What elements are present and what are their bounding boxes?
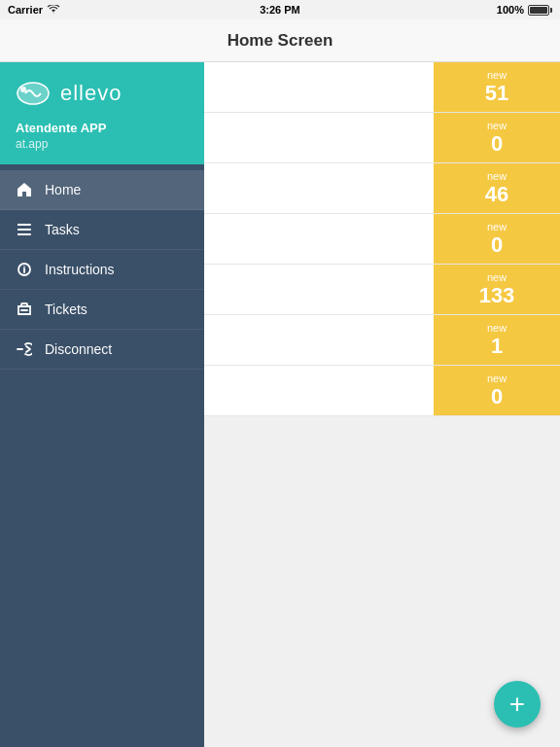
status-bar: Carrier 3:26 PM 100% [0,0,560,19]
nav-bar: Home Screen [0,19,560,62]
svg-point-9 [23,266,25,267]
instructions-icon [16,261,33,278]
sidebar-user-name: Atendente APP [16,121,189,135]
list-item-badge: new0 [434,366,560,415]
list-item[interactable]: new133 [204,265,560,315]
list-item[interactable]: new1 [204,315,560,366]
list-item-left [204,113,434,162]
sidebar-item-home[interactable]: Home [0,170,204,210]
list-item[interactable]: new46 [204,163,560,214]
list-item-left [204,214,434,264]
status-carrier: Carrier [8,4,60,16]
list-item-badge: new1 [434,315,560,365]
tasks-icon [16,221,33,238]
sidebar-nav: Home Tasks [0,164,204,747]
list-item-badge: new133 [434,265,560,314]
badge-count: 46 [485,183,508,206]
sidebar-logo-section: ellevo [0,62,204,121]
svg-rect-6 [18,229,20,231]
nav-bar-title: Home Screen [228,31,333,51]
sidebar-item-instructions[interactable]: Instructions [0,250,204,290]
sidebar: ellevo Atendente APP at.app Home [0,62,204,747]
list-item-left [204,163,434,213]
sidebar-user-section: Atendente APP at.app [0,121,204,164]
svg-point-1 [20,87,26,92]
badge-count: 0 [491,385,503,409]
list-item[interactable]: new0 [204,214,560,265]
list-item-left [204,315,434,365]
list-item-badge: new46 [434,163,560,213]
battery-icon [528,5,552,16]
sidebar-item-tickets-label: Tickets [45,302,88,317]
list-item[interactable]: new0 [204,366,560,416]
sidebar-item-tickets[interactable]: Tickets [0,290,204,330]
sidebar-logo-text: ellevo [60,81,122,106]
status-battery: 100% [497,4,552,16]
list-item-left [204,62,434,112]
svg-rect-7 [18,233,20,235]
sidebar-item-instructions-label: Instructions [45,262,115,277]
status-time: 3:26 PM [260,4,300,16]
list-item-badge: new0 [434,113,560,162]
list-item-badge: new51 [434,62,560,112]
badge-count: 51 [485,82,508,105]
ellevo-logo-icon [16,80,51,107]
disconnect-icon [16,340,33,358]
badge-count: 1 [491,335,503,358]
sidebar-item-tasks-label: Tasks [45,222,80,237]
list-item-badge: new0 [434,214,560,264]
list-item[interactable]: new51 [204,62,560,113]
sidebar-item-disconnect[interactable]: Disconnect [0,330,204,370]
home-icon [16,181,33,198]
list-container: new51new0new46new0new133new1new0 [204,62,560,416]
sidebar-item-tasks[interactable]: Tasks [0,210,204,250]
list-item[interactable]: new0 [204,113,560,163]
list-item-left [204,366,434,415]
list-item-left [204,265,434,314]
main-layout: ellevo Atendente APP at.app Home [0,62,560,747]
sidebar-user-sub: at.app [16,137,189,151]
sidebar-item-home-label: Home [45,182,81,197]
badge-count: 133 [479,284,515,307]
tickets-icon [16,301,33,318]
svg-rect-5 [18,224,20,226]
badge-count: 0 [491,132,503,156]
sidebar-item-disconnect-label: Disconnect [45,341,112,357]
badge-count: 0 [491,233,503,257]
fab-button[interactable]: + [494,681,541,728]
content-area: new51new0new46new0new133new1new0 + [204,62,560,747]
wifi-icon [47,5,60,15]
